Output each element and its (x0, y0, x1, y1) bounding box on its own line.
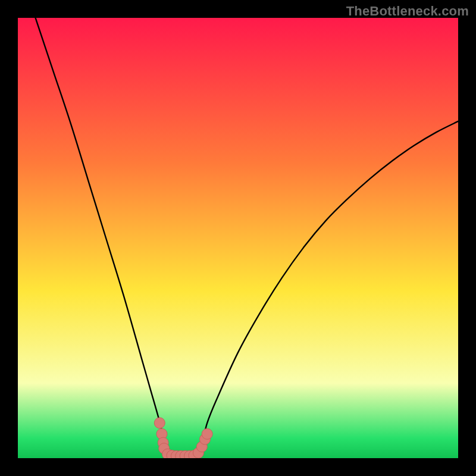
watermark-text: TheBottleneck.com (346, 4, 469, 19)
gradient-background (18, 18, 458, 458)
bottleneck-chart (18, 18, 458, 458)
chart-frame: TheBottleneck.com (0, 0, 476, 476)
plot-area (18, 18, 458, 458)
data-marker (202, 428, 212, 439)
data-marker (154, 418, 165, 428)
